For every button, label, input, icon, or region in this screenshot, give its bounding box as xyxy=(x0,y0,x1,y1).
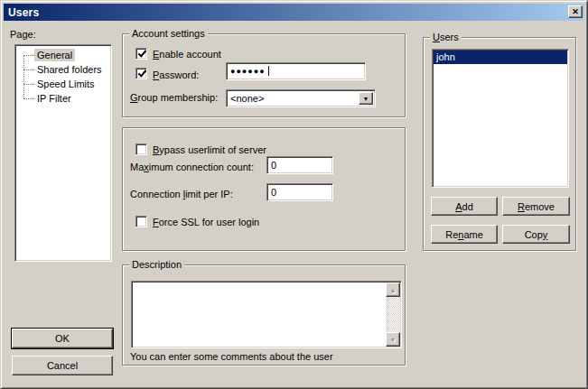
tree-item-label[interactable]: General xyxy=(34,49,75,61)
tree-item-label[interactable]: Speed Limits xyxy=(34,78,98,90)
ok-button[interactable]: OK xyxy=(12,329,113,348)
description-hint: You can enter some comments about the us… xyxy=(130,351,333,363)
group-membership-label: Group membership: xyxy=(130,92,218,104)
connection-limits-group: Bypass userlimit of server Maximum conne… xyxy=(122,127,406,251)
max-connection-count-value: 0 xyxy=(271,157,276,173)
text-caret xyxy=(268,66,269,76)
password-input[interactable]: ●●●●●● xyxy=(226,62,366,80)
user-item-john[interactable]: john xyxy=(434,51,567,64)
description-scrollbar[interactable]: ▲ ▼ xyxy=(386,282,400,347)
connection-limit-per-ip-input[interactable]: 0 xyxy=(266,183,333,201)
password-label: Password: xyxy=(153,69,199,81)
scroll-up-button[interactable]: ▲ xyxy=(386,282,400,297)
page-tree[interactable]: General Shared folders Speed Limits IP F… xyxy=(14,44,112,262)
tree-item-speed-limits[interactable]: Speed Limits xyxy=(18,77,109,91)
remove-user-button[interactable]: Remove xyxy=(502,197,570,216)
account-settings-title: Account settings xyxy=(129,28,208,40)
tree-item-label[interactable]: Shared folders xyxy=(34,63,105,76)
enable-account-checkbox[interactable] xyxy=(135,48,147,60)
tree-item-shared-folders[interactable]: Shared folders xyxy=(18,62,109,77)
window-title: Users xyxy=(4,6,39,19)
max-connection-count-input[interactable]: 0 xyxy=(266,156,333,174)
scroll-up-icon: ▲ xyxy=(390,287,397,293)
page-label: Page: xyxy=(10,29,36,41)
close-icon: ✕ xyxy=(572,8,579,16)
users-dialog: Users ✕ Page: General Shared folders Spe… xyxy=(0,0,588,389)
scroll-down-icon: ▼ xyxy=(390,337,397,343)
max-connection-count-label: Maximum connection count: xyxy=(130,162,254,173)
group-membership-value: <none> xyxy=(230,90,264,107)
users-group-title: Users xyxy=(430,32,462,43)
tree-branch xyxy=(23,55,34,56)
force-ssl-checkbox[interactable] xyxy=(135,216,147,227)
account-settings-group: Account settings Enable account Password… xyxy=(122,33,406,117)
users-group: Users john Add Remove Rename Copy xyxy=(423,37,576,251)
password-value: ●●●●●● xyxy=(230,63,266,79)
cancel-button[interactable]: Cancel xyxy=(12,356,113,375)
bypass-userlimit-label: Bypass userlimit of server xyxy=(153,144,266,156)
description-title: Description xyxy=(129,259,184,271)
add-user-button[interactable]: Add xyxy=(431,197,498,216)
tree-branch xyxy=(23,69,34,70)
connection-limit-per-ip-label: Connection limit per IP: xyxy=(130,189,233,200)
copy-user-button[interactable]: Copy xyxy=(502,225,570,244)
connection-limit-per-ip-value: 0 xyxy=(271,184,276,200)
chevron-down-icon: ▼ xyxy=(363,96,369,102)
rename-user-button[interactable]: Rename xyxy=(431,225,498,244)
users-list[interactable]: john xyxy=(432,49,569,188)
dropdown-button[interactable]: ▼ xyxy=(359,92,373,105)
tree-item-ip-filter[interactable]: IP Filter xyxy=(18,91,109,106)
tree-branch xyxy=(23,84,34,85)
tree-item-label[interactable]: IP Filter xyxy=(34,92,74,105)
bypass-userlimit-checkbox[interactable] xyxy=(135,144,147,155)
group-membership-select[interactable]: <none> ▼ xyxy=(226,89,376,107)
password-checkbox[interactable] xyxy=(135,68,147,79)
tree-branch xyxy=(23,98,34,99)
close-button[interactable]: ✕ xyxy=(568,5,583,18)
description-group: Description ▲ ▼ You can enter some comme… xyxy=(122,264,406,366)
description-textarea[interactable]: ▲ ▼ xyxy=(131,281,402,348)
scroll-down-button[interactable]: ▼ xyxy=(386,332,400,347)
force-ssl-label: Force SSL for user login xyxy=(153,217,259,228)
scrollbar-track[interactable] xyxy=(386,297,400,332)
tree-item-general[interactable]: General xyxy=(18,48,109,62)
enable-account-label: Enable account xyxy=(153,49,221,60)
titlebar[interactable]: Users ✕ xyxy=(4,4,584,21)
